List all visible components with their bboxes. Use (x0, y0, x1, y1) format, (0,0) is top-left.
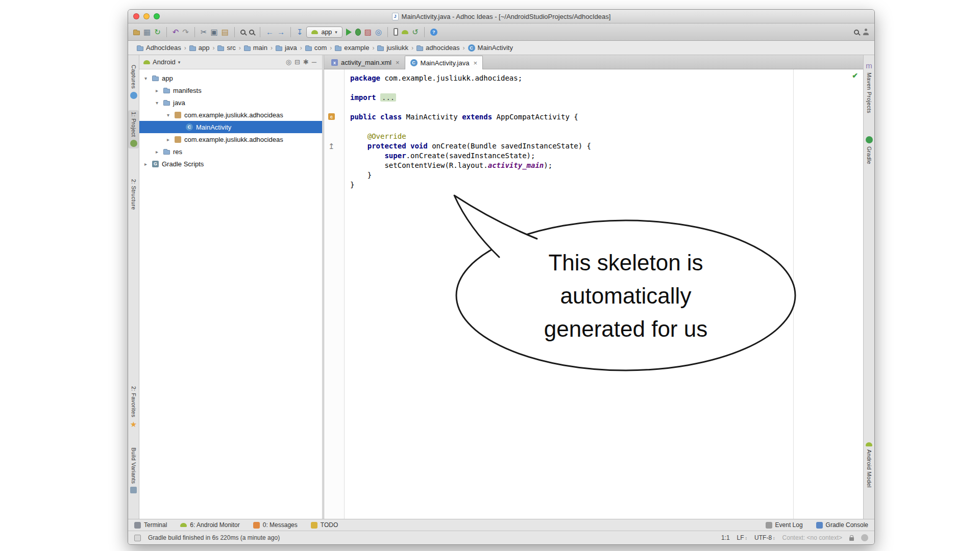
toolwindow-android-monitor[interactable]: 6: Android Monitor (180, 521, 239, 529)
code-line (350, 103, 863, 112)
tree-item-manifests[interactable]: ▸manifests (139, 84, 322, 96)
redo-icon[interactable]: ↷ (182, 28, 189, 36)
close-tab-icon[interactable]: × (396, 59, 400, 66)
toolwindow-messages[interactable]: 0: Messages (253, 521, 298, 529)
override-gutter-icon[interactable]: ↥ (328, 142, 335, 150)
undo-icon[interactable]: ↶ (173, 28, 179, 36)
folder-icon (416, 46, 423, 51)
tree-item-java[interactable]: ▾java (139, 96, 322, 109)
toolwindow-captures[interactable]: Captures (128, 63, 139, 101)
tree-item-label: com.example.jusliukk.adhocideas (184, 111, 283, 119)
chevron-right-icon[interactable]: ▸ (142, 161, 149, 167)
chevron-down-icon[interactable]: ▾ (165, 112, 172, 118)
paste-icon[interactable]: ▤ (222, 28, 229, 36)
chevron-down-icon[interactable]: ▾ (142, 76, 149, 81)
tree-item-com-example-jusliukk-adhocideas[interactable]: ▾com.example.jusliukk.adhocideas (139, 109, 322, 121)
breadcrumb-item[interactable]: adhocideas (415, 43, 461, 53)
synchronize-icon[interactable]: ↻ (154, 28, 161, 36)
tree-item-res[interactable]: ▸res (139, 145, 322, 158)
hide-icon[interactable]: ─ (310, 58, 318, 66)
breadcrumb-item[interactable]: AdhocIdeas (135, 43, 183, 53)
zoom-button[interactable] (154, 13, 160, 19)
close-tab-icon[interactable]: × (473, 59, 477, 67)
lock-icon[interactable] (849, 537, 854, 541)
tree-item-app[interactable]: ▾app (139, 72, 322, 84)
tree-item-gradle-scripts[interactable]: ▸GGradle Scripts (139, 158, 322, 170)
tree-item-com-example-jusliukk-adhocideas[interactable]: ▸com.example.jusliukk.adhocideas (139, 133, 322, 145)
toolwindow-android-model[interactable]: Android Model (864, 441, 874, 489)
code-line: @Override (350, 132, 863, 141)
class-icon: C (186, 123, 193, 131)
help-icon[interactable]: ? (430, 29, 437, 36)
toolwindow-label: Android Model (866, 449, 872, 488)
toolwindow-maven-projects[interactable]: mMaven Projects (864, 60, 874, 115)
attach-debugger-icon[interactable]: ◎ (375, 28, 382, 36)
editor-tab-activity-main-xml[interactable]: xactivity_main.xml× (326, 56, 405, 69)
run-icon[interactable] (346, 29, 352, 36)
toolwindow-project[interactable]: 1: Project (128, 110, 139, 148)
run-with-coverage-icon[interactable]: ▨ (364, 28, 372, 36)
run-configuration-label: app (321, 29, 332, 36)
toolwindow-favorites[interactable]: 2: Favorites★ (128, 385, 139, 430)
toolwindow-gradle[interactable]: Gradle (864, 135, 874, 166)
view-options-icon[interactable]: ◎ (284, 58, 293, 66)
update-project-icon[interactable]: ↧ (297, 28, 303, 36)
settings-icon[interactable]: ✱ (302, 58, 310, 66)
toolwindow-terminal[interactable]: Terminal (134, 521, 167, 529)
close-button[interactable] (133, 13, 139, 19)
editor-tab-mainactivity-java[interactable]: CMainActivity.java× (405, 56, 483, 69)
toolwindow-todo[interactable]: TODO (311, 521, 338, 529)
folder-icon (163, 101, 170, 106)
tree-item-label: java (173, 99, 185, 107)
toolwindow-build-variants[interactable]: Build Variants (128, 446, 139, 495)
chevron-right-icon[interactable]: ▸ (154, 88, 160, 93)
avd-manager-icon[interactable] (394, 28, 398, 36)
project-view-selector[interactable]: Android (153, 58, 176, 66)
toolwindow-label: Build Variants (131, 447, 137, 484)
updown-arrows-icon: ↕ (773, 536, 775, 541)
search-everywhere-icon[interactable] (854, 30, 859, 35)
open-icon[interactable] (133, 31, 140, 35)
toolwindow-event-log[interactable]: Event Log (766, 521, 803, 529)
collapse-all-icon[interactable]: ⊟ (293, 58, 302, 66)
toolwindow-structure[interactable]: 2: Structure (128, 178, 139, 211)
back-icon[interactable]: ← (266, 28, 274, 36)
sdk-manager-icon[interactable] (402, 30, 408, 34)
breadcrumb-label: main (253, 44, 267, 52)
caret-position[interactable]: 1:1 (721, 534, 730, 541)
chevron-down-icon[interactable]: ▾ (154, 100, 160, 106)
breadcrumb-item[interactable]: example (333, 43, 371, 53)
run-configuration-select[interactable]: app▾ (306, 27, 342, 38)
sync-gradle-icon[interactable]: ↺ (412, 28, 419, 36)
left-toolwindow-stripe: Captures1: Project2: Structure2: Favorit… (128, 55, 139, 519)
breadcrumb-item[interactable]: java (274, 43, 299, 53)
chevron-right-icon[interactable]: ▸ (165, 137, 172, 142)
replace-icon[interactable] (249, 30, 254, 35)
breadcrumb-item[interactable]: main (242, 43, 269, 53)
tree-item-mainactivity[interactable]: CMainActivity (139, 121, 322, 133)
inspector-profile-icon[interactable] (861, 534, 868, 541)
breadcrumb-item[interactable]: com (304, 43, 329, 53)
breadcrumb-item[interactable]: app (188, 43, 211, 53)
copy-icon[interactable]: ▣ (211, 28, 218, 36)
debug-icon[interactable] (355, 29, 361, 36)
class-gutter-icon[interactable]: c (328, 113, 335, 120)
breadcrumb-item[interactable]: src (216, 43, 237, 53)
forward-icon[interactable]: → (277, 28, 285, 36)
code-line: import ... (350, 93, 863, 103)
window-title-text: MainActivity.java - Adhoc Ideas - [~/And… (402, 13, 611, 20)
breadcrumb-item[interactable]: jusliukk (376, 43, 410, 53)
save-all-icon[interactable]: ▦ (143, 28, 151, 36)
toolwindow-gradle-console[interactable]: Gradle Console (816, 521, 868, 529)
encoding-selector[interactable]: UTF-8↕ (754, 534, 775, 541)
titlebar[interactable]: J MainActivity.java - Adhoc Ideas - [~/A… (128, 10, 874, 23)
minimize-button[interactable] (143, 13, 150, 19)
toolwindow-label: 1: Project (131, 112, 137, 137)
line-separator-selector[interactable]: LF↕ (737, 534, 748, 541)
find-icon[interactable] (240, 30, 246, 35)
chevron-right-icon[interactable]: ▸ (154, 149, 160, 155)
breadcrumb-item[interactable]: CMainActivity (467, 43, 514, 53)
cut-icon[interactable]: ✂ (201, 28, 207, 36)
avatar-icon[interactable] (863, 29, 869, 35)
toolbar-separator (387, 27, 388, 37)
